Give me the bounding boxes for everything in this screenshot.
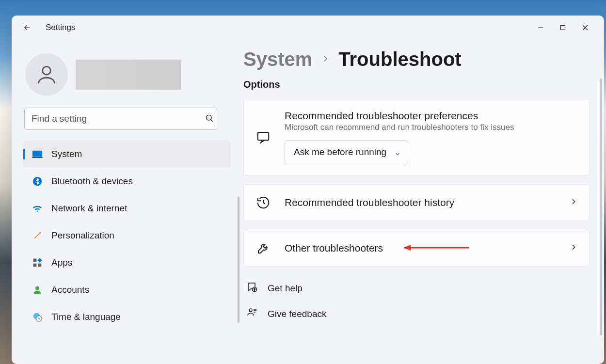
username-redacted [76,60,181,90]
clock-globe-icon [32,312,43,322]
back-button[interactable] [19,20,35,35]
svg-text:?: ? [254,288,255,291]
svg-point-5 [206,115,211,120]
feedback-icon [246,307,258,321]
sidebar-item-label: Time & language [51,312,121,322]
svg-rect-11 [37,258,42,262]
breadcrumb-parent[interactable]: System [243,48,312,70]
wifi-icon [32,203,43,214]
give-feedback-link[interactable]: Give feedback [243,301,590,327]
sidebar-item-label: Accounts [51,285,89,295]
sidebar-item-label: Bluetooth & devices [51,176,133,187]
sidebar-item-apps[interactable]: Apps [23,249,231,276]
card-troubleshooter-preferences[interactable]: Recommended troubleshooter preferences M… [243,99,590,175]
close-button[interactable] [574,20,596,35]
person-icon [32,285,43,295]
system-icon [32,149,43,159]
app-title: Settings [46,23,75,32]
dropdown-value: Ask me before running [294,147,386,158]
wrench-icon [255,241,271,255]
titlebar: Settings [12,16,604,40]
sidebar-item-personalization[interactable]: Personalization [23,222,231,249]
feedback-label: Give feedback [268,309,326,319]
sidebar-item-label: Personalization [51,230,114,241]
sidebar-item-bluetooth[interactable]: Bluetooth & devices [23,168,231,195]
avatar [25,53,68,96]
paintbrush-icon [32,230,43,241]
sidebar-item-label: Network & internet [51,203,127,214]
section-label: Options [243,79,590,90]
svg-point-22 [249,309,252,312]
svg-rect-8 [32,157,43,158]
svg-point-14 [35,286,39,290]
sidebar-item-accounts[interactable]: Accounts [23,276,231,303]
search-field[interactable] [24,108,222,130]
sidebar-item-network[interactable]: Network & internet [23,195,231,222]
maximize-button[interactable] [552,20,574,35]
sidebar: System Bluetooth & devices Network & int… [12,40,235,364]
nav-list: System Bluetooth & devices Network & int… [12,141,235,331]
history-icon [255,195,271,210]
sidebar-item-label: System [51,149,82,159]
settings-window: Settings [12,16,604,364]
chevron-right-icon [570,243,577,253]
help-label: Get help [268,283,303,294]
chevron-right-icon [321,54,330,65]
minimize-button[interactable] [529,20,552,35]
search-icon [205,113,214,125]
preferences-dropdown[interactable]: Ask me before running [285,140,408,164]
card-title: Recommended troubleshooter preferences [285,110,577,122]
svg-rect-7 [32,151,42,157]
card-sub: Microsoft can recommend and run troubles… [285,123,577,132]
card-title: Recommended troubleshooter history [285,197,556,208]
card-title: Other troubleshooters [285,242,556,254]
svg-rect-10 [33,259,37,262]
breadcrumb: System Troubleshoot [243,48,590,70]
sidebar-item-label: Apps [51,257,72,268]
sidebar-item-system[interactable]: System [23,141,231,168]
content-area: System Troubleshoot Options Recommended … [235,40,604,364]
card-other-troubleshooters[interactable]: Other troubleshooters [243,230,590,267]
chevron-right-icon [570,198,577,207]
chevron-down-icon [394,149,401,160]
svg-rect-17 [258,132,269,140]
svg-rect-12 [33,264,37,267]
breadcrumb-current: Troubleshoot [338,48,461,70]
svg-rect-1 [561,26,565,30]
bluetooth-icon [32,176,43,187]
content-scrollbar[interactable] [600,79,602,335]
chat-icon [255,130,271,144]
help-icon: ? [246,281,258,295]
sidebar-item-time-language[interactable]: Time & language [23,303,231,331]
card-troubleshooter-history[interactable]: Recommended troubleshooter history [243,184,590,221]
get-help-link[interactable]: ? Get help [243,275,590,301]
svg-line-6 [211,120,213,122]
search-input[interactable] [24,108,217,130]
svg-point-4 [43,66,51,75]
profile-row[interactable] [12,47,235,108]
apps-icon [32,257,43,268]
svg-rect-13 [38,264,42,267]
